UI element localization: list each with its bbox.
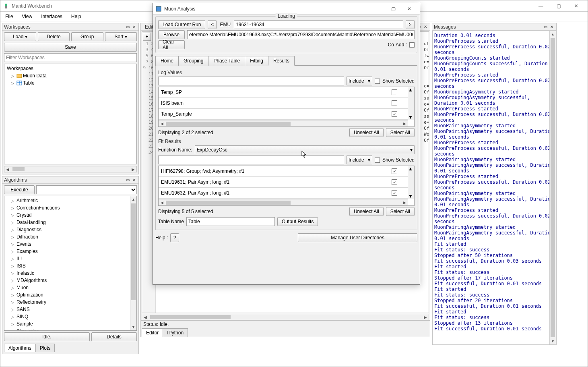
alg-category[interactable]: ▷MDAlgorithms (4, 277, 136, 284)
filter-workspaces-input[interactable] (4, 53, 137, 62)
tab-phase-table[interactable]: Phase Table (208, 56, 245, 66)
load-current-run-button[interactable]: Load Current Run (158, 20, 205, 29)
panel-close-icon[interactable]: ✕ (131, 24, 137, 30)
log-hscroll[interactable]: ◀▶ (159, 120, 408, 126)
workspaces-tree[interactable]: Workspaces ▷ Muon Data ▷ Table (4, 64, 137, 164)
expander-icon[interactable]: ▷ (11, 235, 16, 239)
algorithm-select[interactable] (36, 185, 137, 194)
expander-icon[interactable]: ▷ (11, 315, 16, 319)
editor-hscroll[interactable]: ◀▶ (142, 314, 429, 320)
tab-algorithms[interactable]: Algorithms (4, 344, 36, 352)
fit-select-all-button[interactable]: Select All (386, 207, 415, 216)
help-button[interactable]: ? (170, 233, 179, 242)
fit-row[interactable]: EMU19632; Pair Asym; long; #1 ✓ (159, 188, 408, 199)
alg-category[interactable]: ▷Muon (4, 284, 136, 291)
dialog-maximize-button[interactable]: ▢ (385, 4, 401, 14)
save-button[interactable]: Save (4, 43, 137, 52)
tree-item[interactable]: ▷ Table (4, 79, 136, 87)
alg-category[interactable]: ▷Reflectometry (4, 299, 136, 306)
load-button[interactable]: Load ▾ (4, 32, 36, 41)
workspaces-hscroll[interactable]: ◀▶ (4, 166, 137, 172)
alg-category[interactable]: ▷ISIS (4, 262, 136, 270)
messages-vscroll[interactable]: ▲ ▼ (549, 31, 556, 344)
expander-icon[interactable]: ▷ (11, 278, 16, 283)
output-results-button[interactable]: Output Results (277, 217, 318, 226)
tab-results[interactable]: Results (268, 56, 295, 66)
dialog-minimize-button[interactable]: — (369, 4, 385, 14)
alg-category[interactable]: ▷Diagnostics (4, 226, 136, 233)
log-row-temp-sample[interactable]: Temp_Sample ✓ (159, 109, 408, 120)
log-row-temp-sp[interactable]: Temp_SP (159, 87, 408, 98)
coadd-checkbox[interactable] (409, 42, 415, 48)
tab-home[interactable]: Home (155, 56, 179, 66)
browse-button[interactable]: Browse (158, 30, 185, 39)
tab-fitting[interactable]: Fitting (245, 56, 268, 66)
alg-category[interactable]: ▷Crystal (4, 211, 136, 219)
alg-category[interactable]: ▷ILL (4, 255, 136, 262)
panel-float-icon[interactable]: ▭ (125, 24, 130, 30)
fit-hscroll[interactable]: ◀▶ (159, 199, 408, 205)
alg-category[interactable]: ▷DataHandling (4, 219, 136, 226)
details-button[interactable]: Details (91, 332, 137, 341)
expander-icon[interactable]: ▷ (11, 206, 16, 210)
run-range-input[interactable] (234, 20, 403, 29)
clear-all-button[interactable]: Clear All (158, 40, 185, 49)
group-button[interactable]: Group (71, 32, 103, 41)
dialog-close-button[interactable]: ✕ (401, 4, 417, 14)
alg-category[interactable]: ▷Simulation (4, 328, 136, 331)
execute-button[interactable]: Execute (4, 185, 35, 194)
alg-category[interactable]: ▷Inelastic (4, 270, 136, 277)
menu-interfaces[interactable]: Interfaces (38, 13, 66, 20)
alg-category[interactable]: ▷Optimization (4, 291, 136, 299)
expander-icon[interactable]: ▷ (11, 249, 16, 254)
expander-icon[interactable]: ▷ (11, 286, 16, 290)
minimize-button[interactable]: — (532, 1, 550, 11)
alg-category[interactable]: ▷SANS (4, 306, 136, 313)
expander-icon[interactable]: ▷ (11, 300, 16, 305)
log-vscroll[interactable]: ▲▼ (408, 87, 414, 120)
expander-icon[interactable]: ▷ (11, 228, 16, 232)
sort-button[interactable]: Sort ▾ (105, 32, 137, 41)
new-tab-button[interactable]: + (143, 33, 151, 41)
log-unselect-all-button[interactable]: Unselect All (349, 128, 384, 137)
alg-category[interactable]: ▷Examples (4, 248, 136, 255)
expander-icon[interactable]: ▷ (11, 220, 16, 225)
fit-unselect-all-button[interactable]: Unselect All (349, 207, 384, 216)
expander-icon[interactable]: ▷ (11, 293, 16, 297)
alg-category[interactable]: ▷Arithmetic (4, 197, 136, 204)
maximize-button[interactable]: ▢ (550, 1, 567, 11)
log-include-select[interactable]: Include▾ (347, 77, 372, 85)
fit-row-checkbox[interactable]: ✓ (392, 168, 397, 174)
fit-row[interactable]: EMU19631; Pair Asym; long; #1 ✓ (159, 177, 408, 188)
fit-include-select[interactable]: Include▾ (347, 156, 372, 164)
expander-icon[interactable]: ▷ (11, 329, 16, 331)
prev-run-button[interactable]: < (208, 20, 217, 29)
delete-button[interactable]: Delete (38, 32, 70, 41)
fit-row[interactable]: HIFI62798; Group; fwd; Asymmetry; #1 ✓ (159, 166, 408, 177)
file-path-input[interactable] (187, 30, 415, 39)
log-row-checkbox[interactable] (392, 100, 397, 106)
dialog-title-bar[interactable]: Muon Analysis — ▢ ✕ (153, 3, 420, 15)
alg-category[interactable]: ▷Events (4, 241, 136, 248)
expander-icon[interactable]: ▷ (11, 242, 16, 247)
expander-icon[interactable]: ▷ (11, 257, 16, 261)
expander-icon[interactable]: ▷ (11, 199, 16, 203)
menu-help[interactable]: Help (68, 13, 85, 20)
idle-button[interactable]: Idle. (4, 332, 90, 341)
alg-category[interactable]: ▷Diffraction (4, 233, 136, 241)
messages-log[interactable]: Duration 0.01 seconds MuonPreProcess sta… (433, 31, 556, 333)
panel-float-icon[interactable]: ▭ (543, 24, 548, 30)
expander-icon[interactable]: ▷ (11, 213, 16, 218)
log-select-all-button[interactable]: Select All (386, 128, 415, 137)
fit-row-checkbox[interactable]: ✓ (392, 179, 397, 185)
menu-file[interactable]: File (2, 13, 16, 20)
algorithms-vscroll[interactable]: ▲ ▼ (130, 196, 136, 330)
manage-user-directories-button[interactable]: Manage User Directories (298, 233, 417, 242)
expander-icon[interactable]: ▷ (11, 264, 16, 268)
menu-view[interactable]: View (19, 13, 35, 20)
tree-item[interactable]: ▷ Muon Data (4, 72, 136, 79)
close-button[interactable]: ✕ (567, 1, 585, 11)
log-row-checkbox[interactable] (392, 89, 397, 95)
fit-filter-input[interactable] (158, 156, 344, 164)
panel-close-icon[interactable]: ✕ (549, 24, 555, 30)
